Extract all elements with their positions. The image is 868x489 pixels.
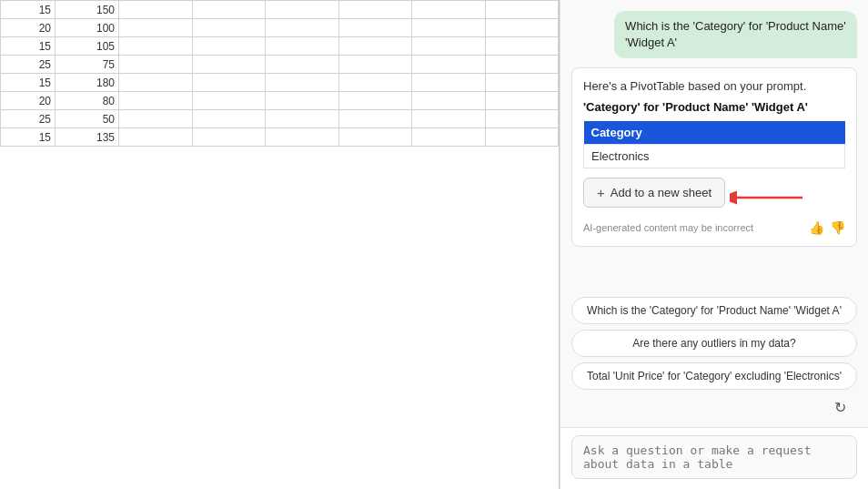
spreadsheet-grid: 1515020100151052575151802080255015135 [0,0,559,147]
spreadsheet-empty-cell[interactable] [412,1,486,19]
spreadsheet-empty-cell[interactable] [485,1,559,19]
spreadsheet-empty-cell[interactable] [192,56,266,74]
spreadsheet-empty-cell[interactable] [338,37,412,56]
spreadsheet-cell: 15 [1,128,56,147]
spreadsheet-empty-cell[interactable] [266,1,339,19]
spreadsheet-empty-cell[interactable] [338,19,412,37]
chat-messages: Which is the 'Category' for 'Product Nam… [560,0,868,290]
spreadsheet-empty-cell[interactable] [485,110,559,128]
spreadsheet-empty-cell[interactable] [119,128,193,147]
spreadsheet-empty-cell[interactable] [412,110,486,128]
ai-footer: AI-generated content may be incorrect 👍 … [583,220,845,235]
spreadsheet-cell: 15 [1,37,56,56]
spreadsheet-empty-cell[interactable] [266,19,339,37]
spreadsheet-empty-cell[interactable] [338,56,412,74]
spreadsheet-cell: 135 [56,128,119,147]
spreadsheet-empty-cell[interactable] [119,110,193,128]
spreadsheet-empty-cell[interactable] [119,92,193,110]
spreadsheet-empty-cell[interactable] [338,110,412,128]
suggestions-area: Which is the 'Category' for 'Product Nam… [560,290,868,427]
spreadsheet-empty-cell[interactable] [192,92,266,110]
spreadsheet-empty-cell[interactable] [192,128,266,147]
spreadsheet-empty-cell[interactable] [485,37,559,56]
spreadsheet-cell: 25 [1,110,56,128]
user-message-bubble: Which is the 'Category' for 'Product Nam… [614,11,857,58]
pivot-table: Category Electronics [583,121,845,168]
spreadsheet-cell: 25 [1,56,56,74]
spreadsheet-empty-cell[interactable] [412,128,486,147]
spreadsheet-empty-cell[interactable] [192,37,266,56]
ai-response-card: Here's a PivotTable based on your prompt… [571,67,857,247]
ai-intro-text: Here's a PivotTable based on your prompt… [583,79,845,93]
feedback-icons: 👍 👎 [809,220,845,235]
spreadsheet-empty-cell[interactable] [338,128,412,147]
spreadsheet-empty-cell[interactable] [266,128,339,147]
spreadsheet-empty-cell[interactable] [266,56,339,74]
pivot-title: 'Category' for 'Product Name' 'Widget A' [583,100,845,114]
spreadsheet-empty-cell[interactable] [412,92,486,110]
spreadsheet-cell: 80 [56,92,119,110]
spreadsheet-cell: 20 [1,19,56,37]
chat-input[interactable] [571,435,857,479]
chat-panel: Which is the 'Category' for 'Product Nam… [560,0,868,489]
spreadsheet-empty-cell[interactable] [485,92,559,110]
ai-disclaimer-text: AI-generated content may be incorrect [583,222,753,233]
spreadsheet-empty-cell[interactable] [412,19,486,37]
spreadsheet-empty-cell[interactable] [119,1,193,19]
spreadsheet-cell: 105 [56,37,119,56]
spreadsheet-empty-cell[interactable] [412,56,486,74]
spreadsheet-empty-cell[interactable] [119,74,193,92]
spreadsheet-empty-cell[interactable] [266,92,339,110]
spreadsheet-empty-cell[interactable] [266,110,339,128]
spreadsheet-cell: 75 [56,56,119,74]
pivot-table-value: Electronics [584,145,845,168]
plus-icon: + [597,185,605,200]
add-to-sheet-label: Add to a new sheet [611,186,712,199]
spreadsheet-empty-cell[interactable] [266,74,339,92]
spreadsheet-empty-cell[interactable] [192,1,266,19]
red-arrow [730,184,807,211]
spreadsheet-empty-cell[interactable] [338,1,412,19]
spreadsheet-cell: 50 [56,110,119,128]
spreadsheet-empty-cell[interactable] [485,56,559,74]
spreadsheet-cell: 20 [1,92,56,110]
suggestion-chip-2[interactable]: Are there any outliers in my data? [571,330,857,357]
spreadsheet-empty-cell[interactable] [119,19,193,37]
suggestion-chip-1[interactable]: Which is the 'Category' for 'Product Nam… [571,297,857,324]
spreadsheet-empty-cell[interactable] [119,37,193,56]
spreadsheet-empty-cell[interactable] [192,110,266,128]
chat-input-area [560,427,868,489]
add-to-sheet-button[interactable]: + Add to a new sheet [583,178,725,208]
spreadsheet-empty-cell[interactable] [485,74,559,92]
spreadsheet-empty-cell[interactable] [192,19,266,37]
suggestion-chip-3[interactable]: Total 'Unit Price' for 'Category' exclud… [571,362,857,390]
spreadsheet-cell: 180 [56,74,119,92]
pivot-table-header: Category [584,121,845,145]
spreadsheet-cell: 100 [56,19,119,37]
spreadsheet-empty-cell[interactable] [338,74,412,92]
refresh-area: ↻ [571,395,857,420]
spreadsheet-empty-cell[interactable] [412,37,486,56]
thumbs-up-icon[interactable]: 👍 [809,220,824,235]
spreadsheet-empty-cell[interactable] [485,19,559,37]
spreadsheet-empty-cell[interactable] [485,128,559,147]
refresh-icon[interactable]: ↻ [834,400,846,415]
user-message-text: Which is the 'Category' for 'Product Nam… [625,19,846,49]
thumbs-down-icon[interactable]: 👎 [830,220,845,235]
spreadsheet-empty-cell[interactable] [412,74,486,92]
spreadsheet-cell: 15 [1,74,56,92]
spreadsheet-empty-cell[interactable] [192,74,266,92]
spreadsheet-empty-cell[interactable] [266,37,339,56]
spreadsheet-empty-cell[interactable] [119,56,193,74]
spreadsheet-panel: 1515020100151052575151802080255015135 [0,0,560,489]
spreadsheet-empty-cell[interactable] [338,92,412,110]
spreadsheet-cell: 15 [1,1,56,19]
spreadsheet-cell: 150 [56,1,119,19]
